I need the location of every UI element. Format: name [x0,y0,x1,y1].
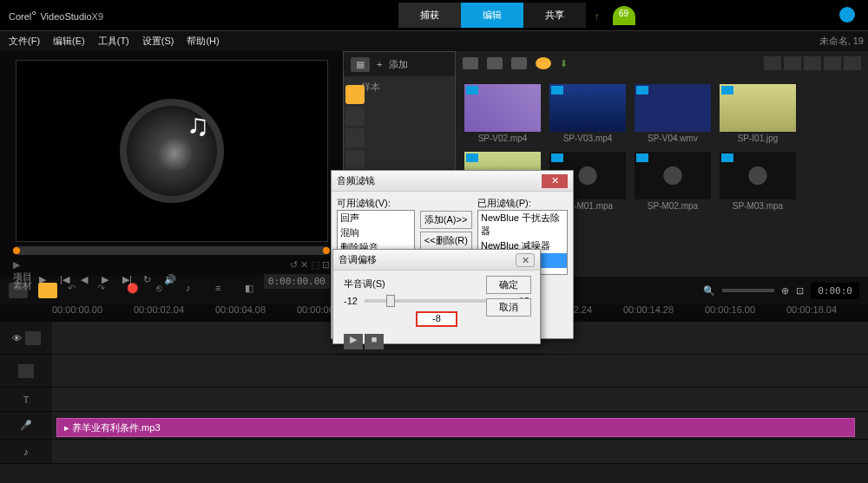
available-filters-label: 可用滤镜(V): [337,197,415,210]
menu-settings[interactable]: 设置(S) [142,35,174,48]
title-bar: Corel° VideoStudioX9 捕获 编辑 共享 ↑ 69 [0,0,868,30]
prev-button[interactable]: ◀ [81,274,95,288]
top-tabs: 捕获 编辑 共享 [398,3,586,28]
library-thumb[interactable]: SP-V04.wmv [635,84,711,143]
play-preview-icon[interactable]: ▶ [344,334,363,349]
close-icon[interactable]: ✕ [542,174,568,188]
dialog-title: 音频滤镜 [337,174,375,187]
transport-controls: 项目 素材 ▶ |◀ ◀ ▶ ▶| ↻ 🔊 0:00:00.00 [4,271,339,291]
scrub-bar[interactable] [13,246,330,255]
transition-tab-icon[interactable] [345,107,365,126]
globe-icon[interactable] [839,7,855,23]
filter-free-icon[interactable]: ⬇ [560,58,568,69]
end-button[interactable]: ▶| [122,274,136,288]
stop-preview-icon[interactable]: ■ [365,334,384,349]
eye-icon[interactable]: 👁 [12,333,22,343]
pitch-shift-dialog: 音调偏移 ✕ 半音调(S) -12 12 -8 ▶ ■ 确定 取消 [332,249,541,344]
app-logo: Corel° VideoStudioX9 [9,8,103,23]
library-thumb[interactable]: SP-I01.jpg [720,84,796,143]
add-folder-icon[interactable]: + [377,59,382,69]
timeline-timecode[interactable]: 0:00:0 [811,283,859,299]
add-filter-button[interactable]: 添加(A)>> [420,211,472,229]
mark-in-icon[interactable]: ▶ [13,259,20,271]
slider-min: -12 [344,296,358,306]
zoom-out-icon[interactable]: 🔍 [703,285,715,297]
tab-edit[interactable]: 编辑 [461,3,523,28]
view-list-icon[interactable] [764,56,781,70]
tab-share[interactable]: 共享 [523,3,586,28]
audio-clip[interactable]: ▸ 养羊业有利条件.mp3 [56,418,855,437]
music-note-icon: ♫ [187,108,209,142]
dialog2-title-bar[interactable]: 音调偏移 ✕ [333,250,540,271]
library-thumb[interactable]: SP-V02.mp4 [464,84,541,143]
title-track-body[interactable] [52,388,868,411]
library-toolbar: ⬇ [456,51,868,75]
show-hide-icon[interactable] [824,56,841,70]
fit-icon[interactable]: ⊡ [796,285,804,297]
music-track-icon[interactable]: ♪ [23,447,29,457]
preview-viewport[interactable]: ♫ [16,60,328,242]
overlay-track-icon[interactable] [18,364,34,378]
voice-track-icon[interactable]: 🎤 [20,420,32,431]
collapse-icon[interactable] [844,56,861,70]
tab-capture[interactable]: 捕获 [398,3,461,28]
video-track-icon[interactable] [25,331,41,345]
track-title: T [0,388,868,412]
filter-audio-icon[interactable] [536,57,551,69]
ok-button[interactable]: 确定 [486,276,531,294]
remove-filter-button[interactable]: <<删除(R) [420,232,472,250]
next-button[interactable]: ▶ [102,274,115,288]
add-folder-label[interactable]: 添加 [389,58,408,71]
preview-panel: ♫ ▶ ↺ ✕ ⬚ ⊡ 项目 素材 ▶ |◀ ◀ ▶ ▶| ↻ 🔊 0:00:0… [0,51,343,277]
menu-bar: 文件(F) 编辑(E) 工具(T) 设置(S) 帮助(H) [0,30,868,51]
menu-help[interactable]: 帮助(H) [187,35,219,48]
used-filters-label: 已用滤镜(P): [477,197,568,210]
sort-icon[interactable] [804,56,821,70]
track-overlay [0,355,868,388]
close-icon[interactable]: ✕ [516,253,535,267]
upload-icon[interactable]: ↑ [595,10,600,21]
home-button[interactable]: |◀ [60,274,74,288]
zoom-in-icon[interactable]: ⊕ [781,285,789,297]
mark-actions[interactable]: ↺ ✕ ⬚ ⊡ [290,259,330,271]
menu-file[interactable]: 文件(F) [9,35,40,48]
track-music: ♪ [0,440,868,464]
dialog2-title: 音调偏移 [339,253,377,266]
folder-tab-icon[interactable]: ▦ [351,57,370,72]
volume-button[interactable]: 🔊 [164,274,178,288]
filter-video-icon[interactable] [487,57,503,69]
repeat-button[interactable]: ↻ [143,274,157,288]
play-button[interactable]: ▶ [39,274,53,288]
zoom-slider[interactable] [722,289,774,292]
dialog-title-bar[interactable]: 音频滤镜 ✕ [332,171,573,192]
library-thumb[interactable]: SP-M02.mpa [635,152,711,211]
view-grid-icon[interactable] [784,56,801,70]
overlay-track-body[interactable] [52,355,868,387]
cancel-button[interactable]: 取消 [486,298,531,317]
music-track-body[interactable] [52,440,868,463]
semitone-value[interactable]: -8 [416,311,457,327]
title-tab-icon[interactable] [345,128,365,147]
media-tab-icon[interactable] [345,85,365,104]
library-thumb[interactable]: SP-M03.mpa [720,152,796,211]
timecode[interactable]: 0:00:00.00 [264,274,330,289]
menu-tools[interactable]: 工具(T) [98,35,129,48]
menu-edit[interactable]: 编辑(E) [53,35,85,48]
filter-folder-icon[interactable] [463,57,478,69]
filter-image-icon[interactable] [511,57,527,69]
graphic-tab-icon[interactable] [345,150,365,169]
project-name: 未命名, 19 [819,35,864,48]
voice-track-body[interactable]: ▸ 养羊业有利条件.mp3 [52,412,868,439]
mode-clip[interactable]: 素材 [13,281,32,290]
notification-badge[interactable]: 69 [613,6,635,25]
track-voice: 🎤 ▸ 养羊业有利条件.mp3 [0,412,868,440]
title-track-icon[interactable]: T [23,395,30,405]
library-thumb[interactable]: SP-V03.mp4 [549,84,626,143]
